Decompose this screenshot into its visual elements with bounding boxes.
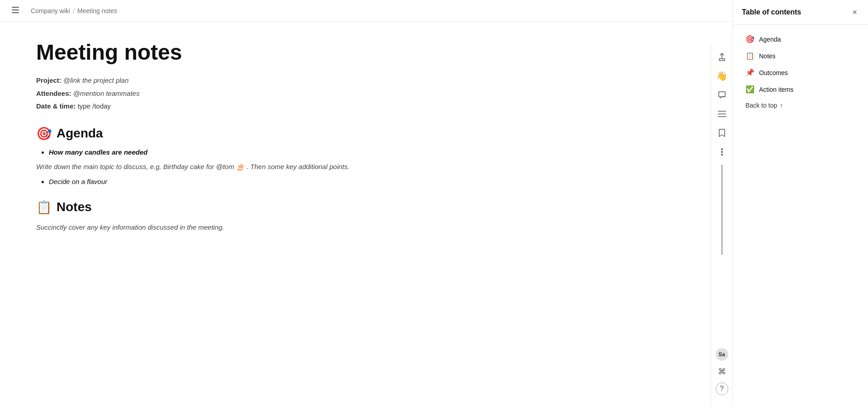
toc-item-notes[interactable]: 📋 Notes (736, 48, 864, 64)
agenda-sub-bullet-list: Decide on a flavour (36, 178, 678, 185)
toc-title: Table of contents (742, 8, 801, 16)
toc-item-agenda[interactable]: 🎯 Agenda (736, 31, 864, 47)
toc-header: Table of contents × (733, 0, 868, 25)
meta-datetime-value: type /today (78, 102, 111, 110)
meta-datetime: Date & time: type /today (36, 101, 678, 112)
toc-item-action-items[interactable]: ✅ Action items (736, 81, 864, 97)
notes-title: Notes (57, 200, 92, 214)
toc-notes-label: Notes (759, 52, 776, 60)
breadcrumb-part1[interactable]: Company wiki (31, 7, 70, 14)
agenda-emoji: 🎯 (36, 126, 52, 141)
meta-section: Project: @link the project plan Attendee… (36, 76, 678, 112)
meta-attendees-value: @mention teammates (73, 90, 140, 97)
toc-agenda-label: Agenda (759, 36, 781, 43)
more-button[interactable] (714, 144, 730, 160)
agenda-bullet-item-1: How many candles are needed (49, 148, 678, 156)
toc-outcomes-label: Outcomes (759, 69, 788, 76)
sidebar-toggle-icon (12, 7, 19, 15)
main-area: Company wiki / Meeting notes Meeting not… (0, 0, 732, 406)
meta-project-value: @link the project plan (63, 76, 128, 84)
command-button[interactable]: ⌘ (714, 364, 730, 380)
svg-rect-1 (12, 9, 19, 10)
meta-project-label: Project: (36, 76, 61, 84)
meta-attendees-label: Attendees: (36, 90, 71, 97)
notes-emoji: 📋 (36, 200, 52, 215)
notes-body-text: Succinctly cover any key information dis… (36, 222, 678, 233)
avatar: Sa (716, 348, 728, 361)
toc-panel: Table of contents × 🎯 Agenda 📋 Notes 📌 O… (732, 0, 868, 406)
breadcrumb-part2[interactable]: Meeting notes (77, 7, 117, 14)
meta-attendees: Attendees: @mention teammates (36, 89, 678, 99)
section-agenda: 🎯 Agenda How many candles are needed Wri… (36, 126, 678, 185)
share-button[interactable] (714, 49, 730, 65)
section-notes: 📋 Notes Succinctly cover any key informa… (36, 200, 678, 233)
breadcrumb-separator: / (73, 7, 75, 14)
bookmark-button[interactable] (714, 125, 730, 141)
svg-rect-0 (12, 7, 19, 8)
toc-back-to-top[interactable]: Back to top ↑ (736, 98, 864, 113)
toc-outcomes-icon: 📌 (745, 68, 755, 77)
notes-heading: 📋 Notes (36, 200, 678, 215)
toc-close-button[interactable]: × (850, 7, 859, 17)
toc-action-items-icon: ✅ (745, 85, 755, 94)
agenda-sub-bullet-1: Decide on a flavour (49, 178, 678, 185)
document-title: Meeting notes (36, 40, 678, 65)
agenda-title: Agenda (57, 126, 103, 141)
document-content: Meeting notes Project: @link the project… (0, 22, 732, 406)
meta-datetime-label: Date & time: (36, 102, 76, 110)
wave-button[interactable]: 👋 (714, 68, 730, 84)
toc-action-items-label: Action items (759, 86, 793, 93)
svg-rect-2 (12, 12, 19, 13)
agenda-heading: 🎯 Agenda (36, 126, 678, 141)
meta-project: Project: @link the project plan (36, 76, 678, 86)
top-bar: Company wiki / Meeting notes (0, 0, 732, 22)
comment-button[interactable] (714, 87, 730, 103)
agenda-body-text: Write down the main topic to discuss, e.… (36, 161, 678, 172)
list-button[interactable] (714, 106, 730, 122)
toc-items: 🎯 Agenda 📋 Notes 📌 Outcomes ✅ Action ite… (733, 25, 868, 119)
agenda-bullet-list: How many candles are needed (36, 148, 678, 156)
toc-agenda-icon: 🎯 (745, 35, 755, 43)
bottom-toolbar: Sa ⌘ ? (714, 348, 730, 401)
toc-back-label: Back to top (745, 102, 777, 109)
help-button[interactable]: ? (716, 382, 728, 395)
sidebar-toggle[interactable] (7, 3, 24, 19)
toc-back-arrow: ↑ (780, 102, 783, 109)
scroll-indicator[interactable] (721, 165, 723, 255)
toc-notes-icon: 📋 (745, 52, 755, 60)
toc-item-outcomes[interactable]: 📌 Outcomes (736, 65, 864, 80)
breadcrumb: Company wiki / Meeting notes (31, 7, 117, 14)
right-toolbar: 👋 (711, 43, 732, 406)
